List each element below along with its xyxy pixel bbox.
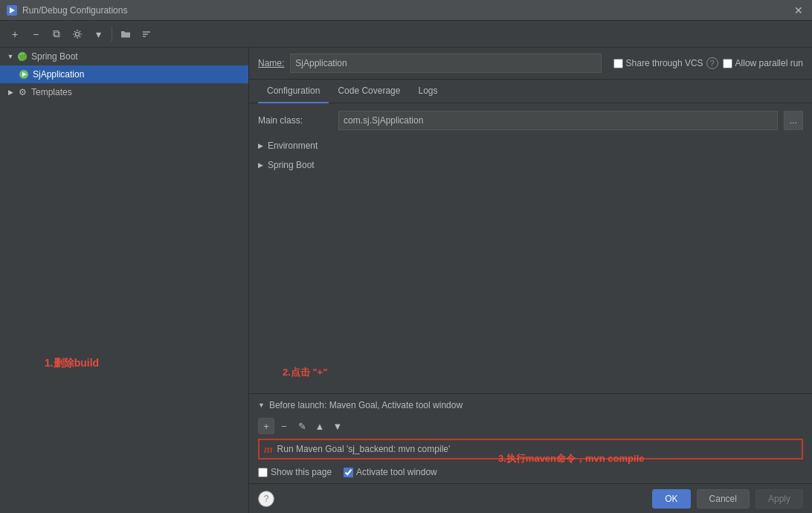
share-vcs-checkbox[interactable]: [613, 59, 623, 68]
folder-button[interactable]: [117, 25, 135, 43]
bottom-left: ?: [258, 491, 274, 507]
left-panel: ▼ 🌿 Spring Boot SjApplication: [0, 48, 249, 513]
share-vcs-label: Share through VCS: [626, 58, 703, 68]
tree-item-spring-boot-group[interactable]: ▼ 🌿 Spring Boot: [0, 48, 248, 65]
close-button[interactable]: ✕: [791, 3, 806, 18]
before-launch-label: Before launch: Maven Goal, Activate tool…: [269, 400, 463, 410]
before-launch-section: ▼ Before launch: Maven Goal, Activate to…: [249, 393, 812, 483]
before-launch-list: m Run Maven Goal 'sj_backend: mvn compil…: [249, 437, 812, 464]
name-row: Name: Share through VCS ? Allow parallel…: [249, 48, 812, 80]
bottom-checkboxes: Show this page Activate tool window: [249, 464, 812, 483]
spring-boot-section-header[interactable]: ▶ Spring Boot: [258, 155, 803, 175]
config-scroll: Main class: ... ▶ Environment ▶ Spring B…: [249, 103, 812, 393]
arrow-down-button[interactable]: ▾: [89, 25, 107, 43]
name-input[interactable]: [290, 54, 601, 73]
show-this-page-checkbox[interactable]: [258, 468, 268, 477]
title-bar: Run/Debug Configurations ✕: [0, 0, 812, 21]
templates-arrow: ▶: [6, 88, 15, 97]
bl-remove-button[interactable]: −: [276, 418, 292, 434]
content-area: ▼ 🌿 Spring Boot SjApplication: [0, 48, 812, 513]
show-this-page-group: Show this page: [258, 467, 332, 477]
bottom-bar: ? OK Cancel Apply: [249, 483, 812, 513]
environment-label: Environment: [268, 141, 318, 151]
bl-down-button[interactable]: ▼: [329, 418, 346, 434]
settings-button[interactable]: [68, 25, 86, 43]
bl-item-text: Run Maven Goal 'sj_backend: mvn compile': [277, 444, 451, 454]
svg-text:🌿: 🌿: [19, 53, 28, 62]
maven-icon: m: [264, 444, 273, 455]
tab-logs[interactable]: Logs: [409, 80, 446, 103]
templates-label: Templates: [31, 87, 72, 97]
bl-add-button[interactable]: +: [258, 418, 274, 434]
right-panel: Name: Share through VCS ? Allow parallel…: [249, 48, 812, 513]
main-class-browse-button[interactable]: ...: [784, 111, 803, 130]
title-bar-text: Run/Debug Configurations: [22, 5, 791, 16]
before-launch-header: ▼ Before launch: Maven Goal, Activate to…: [249, 394, 812, 416]
toolbar: + − ⧉ ▾: [0, 21, 812, 48]
bl-item-maven[interactable]: m Run Maven Goal 'sj_backend: mvn compil…: [258, 439, 803, 459]
main-container: + − ⧉ ▾ ▼: [0, 21, 812, 513]
main-class-label: Main class:: [258, 115, 332, 126]
share-controls: Share through VCS ? Allow parallel run: [613, 57, 803, 69]
spring-boot-section-arrow: ▶: [258, 161, 263, 169]
sj-application-label: SjApplication: [33, 69, 84, 80]
sort-button[interactable]: [138, 25, 155, 43]
help-button[interactable]: ?: [258, 491, 274, 507]
parallel-run-checkbox[interactable]: [723, 59, 732, 68]
tab-code-coverage[interactable]: Code Coverage: [329, 80, 409, 103]
spring-boot-icon: 🌿: [16, 51, 28, 62]
add-config-button[interactable]: +: [6, 25, 24, 43]
svg-point-2: [76, 32, 80, 36]
bottom-right: OK Cancel Apply: [652, 489, 803, 509]
bl-up-button[interactable]: ▲: [312, 418, 328, 434]
main-class-input[interactable]: [338, 111, 778, 130]
main-class-row: Main class: ...: [258, 111, 803, 130]
separator: [112, 27, 112, 42]
templates-icon: ⚙: [16, 86, 28, 98]
name-label: Name:: [258, 58, 284, 68]
environment-section-header[interactable]: ▶ Environment: [258, 136, 803, 155]
spring-boot-label: Spring Boot: [31, 51, 78, 62]
apply-button[interactable]: Apply: [755, 489, 803, 509]
tabs-bar: Configuration Code Coverage Logs: [249, 80, 812, 103]
remove-config-button[interactable]: −: [27, 25, 45, 43]
cancel-button[interactable]: Cancel: [697, 489, 750, 509]
share-vcs-group: Share through VCS ?: [613, 57, 718, 69]
run-config-icon: [18, 68, 30, 80]
config-spacer: [258, 175, 803, 323]
copy-config-button[interactable]: ⧉: [48, 25, 65, 43]
show-this-page-label: Show this page: [271, 467, 332, 477]
environment-arrow: ▶: [258, 142, 263, 149]
spring-boot-section-label: Spring Boot: [268, 160, 315, 170]
ok-button[interactable]: OK: [652, 489, 690, 509]
activate-tool-window-label: Activate tool window: [356, 467, 437, 477]
activate-tool-window-checkbox[interactable]: [344, 468, 353, 477]
share-vcs-help-icon[interactable]: ?: [706, 57, 718, 69]
bl-edit-button[interactable]: ✎: [294, 418, 310, 434]
activate-tool-window-group: Activate tool window: [344, 467, 437, 477]
config-content: Main class: ... ▶ Environment ▶ Spring B…: [249, 103, 812, 331]
before-launch-toolbar: + − ✎ ▲ ▼: [249, 416, 812, 437]
spring-boot-arrow: ▼: [6, 52, 15, 61]
tree-item-templates[interactable]: ▶ ⚙ Templates: [0, 83, 248, 101]
app-icon: [6, 4, 18, 16]
parallel-run-group: Allow parallel run: [723, 58, 803, 68]
parallel-run-label: Allow parallel run: [735, 58, 803, 68]
before-launch-arrow: ▼: [258, 401, 265, 409]
tab-configuration[interactable]: Configuration: [258, 80, 329, 103]
tree-item-sj-application[interactable]: SjApplication: [0, 65, 248, 83]
